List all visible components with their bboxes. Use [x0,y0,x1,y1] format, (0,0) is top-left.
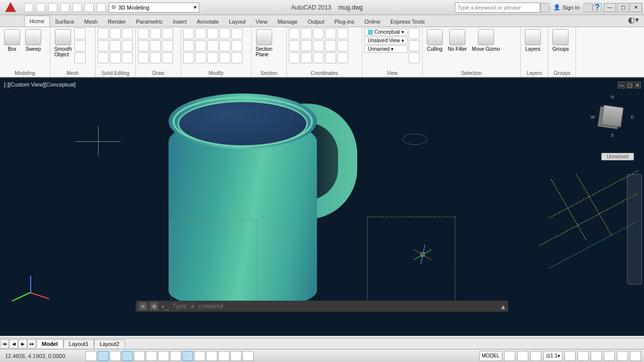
viewcube-tag[interactable]: Unnamed [601,153,634,160]
am-toggle[interactable] [243,351,254,361]
layout-tab-model[interactable]: Model [36,339,63,348]
tab-output[interactable]: Output [302,17,329,27]
tab-nav-next-icon[interactable]: ▶ [18,339,27,348]
quickview-drawings-icon[interactable] [530,351,541,361]
viewport-maximize-icon[interactable]: ▢ [626,81,633,88]
saveas-icon[interactable] [60,3,69,12]
command-config-icon[interactable]: ⚙ [150,302,158,310]
grid-display-icon[interactable] [504,351,515,361]
workspace-switch-icon[interactable] [578,351,589,361]
section-plane-button[interactable]: Section Plane [254,28,274,58]
view-dropdown[interactable]: Unsaved View ▾ [364,37,408,44]
clean-screen-icon[interactable] [630,351,641,361]
quickview-layouts-icon[interactable] [517,351,528,361]
tab-plugins[interactable]: Plug-ins [329,17,359,27]
nofilter-button[interactable]: No Filter [446,28,469,53]
tab-mesh[interactable]: Mesh [79,17,103,27]
sweep-button[interactable]: Sweep [23,28,43,53]
tab-manage[interactable]: Manage [273,17,303,27]
smooth-object-button[interactable]: Smooth Object [52,28,73,58]
isolate-objects-icon[interactable] [617,351,628,361]
polar-toggle[interactable] [122,351,133,361]
sc-toggle[interactable] [230,351,242,361]
qp-toggle[interactable] [218,351,229,361]
tab-annotate[interactable]: Annotate [192,17,224,27]
ribbon-options-icon[interactable]: ◐▾ [623,13,644,27]
help-icon[interactable]: ? [593,3,602,12]
osnap-toggle[interactable] [134,351,145,361]
ducs-toggle[interactable] [170,351,181,361]
ortho-toggle[interactable] [110,351,121,361]
viewcube[interactable]: NSEW [590,94,635,139]
tab-layout[interactable]: Layout [224,17,251,27]
open-icon[interactable] [36,3,45,12]
viewport-label[interactable]: [-][Custom View][Conceptual] [4,81,75,87]
tab-online[interactable]: Online [359,17,385,27]
viewport-minimize-icon[interactable]: — [618,81,625,88]
ucs-dropdown[interactable]: Unnamed ▾ [364,45,408,53]
culling-button[interactable]: Culling [425,28,445,53]
coord-tool-icon[interactable] [289,28,300,39]
tab-insert[interactable]: Insert [168,17,192,27]
movegizmo-button[interactable]: Move Gizmo [470,28,502,53]
exchange-icon[interactable] [584,3,593,12]
viewport-close-icon[interactable]: ✕ [634,81,641,88]
tab-parametric[interactable]: Parametric [131,17,168,27]
viewport[interactable]: [-][Custom View][Conceptual] — ▢ ✕ NSEW … [0,77,644,336]
layers-button[interactable]: Layers [523,28,543,53]
modelspace-toggle[interactable]: MODEL [479,351,503,361]
dyn-toggle[interactable] [182,351,193,361]
sign-in[interactable]: 👤 Sign In [549,4,584,11]
mesh-tool-icon[interactable] [74,40,86,51]
draw-tool-icon[interactable] [138,28,149,39]
panel-draw[interactable]: Draw [138,69,179,76]
tab-nav-first-icon[interactable]: ⏮ [0,339,9,348]
box-button[interactable]: Box [2,28,22,53]
plot-icon[interactable] [72,3,82,12]
panel-coordinates[interactable]: Coordinates [289,69,360,76]
new-icon[interactable] [24,3,33,12]
panel-modeling[interactable]: Modeling [2,69,48,76]
panel-layers[interactable]: Layers [523,69,546,76]
app-logo[interactable] [0,0,21,15]
tpy-toggle[interactable] [206,351,217,361]
lock-ui-icon[interactable] [591,351,602,361]
panel-selection[interactable]: Selection [425,69,518,76]
annotation-visibility-icon[interactable] [565,351,576,361]
panel-section[interactable]: Section [254,69,284,76]
redo-icon[interactable] [97,3,106,12]
panel-groups[interactable]: Groups [550,69,574,76]
solid-tool-icon[interactable] [98,28,109,39]
navigation-bar[interactable] [627,174,642,285]
command-input[interactable] [172,303,498,310]
tab-surface[interactable]: Surface [50,17,79,27]
close-button[interactable]: ✕ [630,3,642,12]
modify-tool-icon[interactable] [183,28,194,39]
mesh-tool-icon[interactable] [74,28,86,39]
otrack-toggle[interactable] [158,351,169,361]
minimize-button[interactable]: — [604,3,616,12]
layout-tab-layout2[interactable]: Layout2 [94,339,125,348]
visual-style-dropdown[interactable]: Conceptual ▾ [364,28,408,36]
panel-modify[interactable]: Modify [183,69,249,76]
snap-toggle[interactable] [86,351,97,361]
command-close-icon[interactable]: ✕ [139,302,147,310]
workspace-dropdown[interactable]: ⚙ 3D Modeling ▾ [109,3,199,13]
binoculars-icon[interactable] [540,3,549,12]
mesh-tool-icon[interactable] [74,52,86,63]
tab-expresstools[interactable]: Express Tools [385,17,430,27]
tab-nav-last-icon[interactable]: ⏭ [27,339,36,348]
panel-solid-editing[interactable]: Solid Editing [98,69,133,76]
tab-view[interactable]: View [251,17,273,27]
tab-render[interactable]: Render [103,17,131,27]
undo-icon[interactable] [85,3,94,12]
save-icon[interactable] [48,3,57,12]
groups-button[interactable]: Groups [550,28,571,53]
panel-mesh[interactable]: Mesh [52,69,93,76]
layout-tab-layout1[interactable]: Layout1 [63,339,94,348]
command-history-icon[interactable]: ▴ [501,302,505,311]
search-input[interactable]: Type a keyword or phrase [455,3,540,13]
hardware-accel-icon[interactable] [604,351,615,361]
lwt-toggle[interactable] [194,351,205,361]
tab-home[interactable]: Home [24,16,50,27]
